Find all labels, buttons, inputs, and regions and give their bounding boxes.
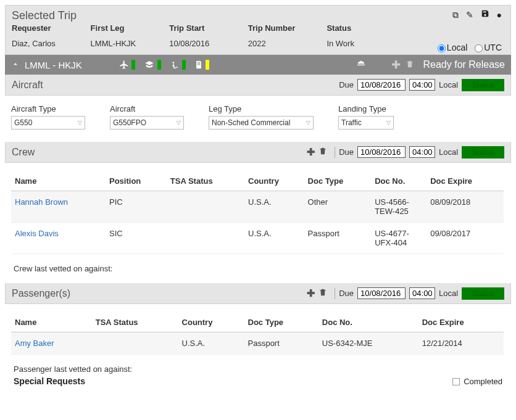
svg-rect-1 xyxy=(197,62,200,63)
edit-icon[interactable]: ✎ xyxy=(466,10,473,20)
landing-type-select[interactable]: Traffic▽ xyxy=(338,116,394,130)
passenger-title: Passenger(s) xyxy=(12,288,70,299)
tz-utc-radio[interactable] xyxy=(475,44,483,52)
aircraft-due-date[interactable] xyxy=(357,79,406,91)
selected-trip-panel: ⧉ ✎ ● Selected Trip RequesterDiaz, Carlo… xyxy=(5,5,511,55)
passenger-section-header: Passenger(s) ✚ Due Local Status xyxy=(5,283,511,304)
leg-name: LMML - HKJK xyxy=(25,60,82,70)
add-crew-icon[interactable]: ✚ xyxy=(307,146,315,158)
aircraft-tz-label: Local xyxy=(439,80,458,89)
col-doctype: Doc Type xyxy=(244,313,318,332)
crew-name-link[interactable]: Alexis Davis xyxy=(11,223,106,254)
col-tsa: TSA Status xyxy=(167,171,244,191)
delete-leg-icon[interactable] xyxy=(406,59,414,71)
requester-value: Diaz, Carlos xyxy=(12,39,91,48)
document-service-icon[interactable] xyxy=(194,60,209,70)
leg-bar: LMML - HKJK ✚ Ready for Release xyxy=(5,55,511,75)
remove-icon[interactable]: ● xyxy=(497,10,502,20)
col-docexp: Doc Expire xyxy=(427,171,504,191)
aircraft-service-icon[interactable] xyxy=(119,60,135,70)
col-country: Country xyxy=(244,171,304,191)
status-tick xyxy=(157,60,161,70)
passenger-due-time[interactable] xyxy=(409,287,435,299)
passenger-tz-label: Local xyxy=(439,289,458,298)
landing-type-label: Landing Type xyxy=(338,104,394,113)
add-passenger-icon[interactable]: ✚ xyxy=(307,287,315,299)
chevron-down-icon: ▽ xyxy=(177,120,181,126)
col-name: Name xyxy=(11,313,92,332)
completed-checkbox-label[interactable]: Completed xyxy=(452,377,502,386)
delete-crew-icon[interactable] xyxy=(318,146,327,159)
chevron-down-icon: ▽ xyxy=(386,120,391,126)
status-value: In Work xyxy=(327,39,406,48)
table-row[interactable]: Amy Baker U.S.A. Passport US-6342-MJE 12… xyxy=(11,332,504,355)
col-docexp: Doc Expire xyxy=(418,313,504,332)
passenger-name-link[interactable]: Amy Baker xyxy=(11,332,92,355)
due-label: Due xyxy=(339,80,354,89)
status-tick xyxy=(182,60,186,70)
aircraft-fields: Aircraft Type G550▽ Aircraft G550FPO▽ Le… xyxy=(5,96,511,142)
crew-vetted-note: Crew last vetted on against: xyxy=(5,258,511,283)
ready-for-release-link[interactable]: Ready for Release xyxy=(423,59,505,70)
collapse-icon[interactable] xyxy=(11,60,20,70)
aircraft-section-header: Aircraft Due Local Status xyxy=(5,75,511,96)
due-label: Due xyxy=(339,147,354,157)
svg-rect-3 xyxy=(197,64,200,65)
crew-table: Name Position TSA Status Country Doc Typ… xyxy=(11,171,504,254)
aircraft-type-label: Aircraft Type xyxy=(11,104,85,113)
trip-action-icons: ⧉ ✎ ● xyxy=(447,9,502,20)
col-country: Country xyxy=(178,313,244,332)
trip-summary-row: RequesterDiaz, Carlos First LegLMML-HKJK… xyxy=(12,23,504,48)
col-name: Name xyxy=(11,171,106,191)
passenger-service-icon[interactable] xyxy=(170,60,186,70)
passenger-due-date[interactable] xyxy=(357,287,406,299)
delete-passenger-icon[interactable] xyxy=(318,287,327,300)
col-position: Position xyxy=(106,171,167,191)
first-leg-value: LMML-HKJK xyxy=(91,39,170,48)
table-row[interactable]: Alexis Davis SIC U.S.A. Passport US-4677… xyxy=(11,223,504,254)
crew-name-link[interactable]: Hannah Brown xyxy=(11,191,106,223)
leg-type-label: Leg Type xyxy=(209,104,314,113)
crew-due-date[interactable] xyxy=(357,146,406,158)
requester-label: Requester xyxy=(12,23,91,33)
chevron-down-icon: ▽ xyxy=(78,120,82,126)
leg-add-delete: ✚ xyxy=(391,58,414,72)
crew-service-icon[interactable] xyxy=(144,60,161,70)
panel-title: Selected Trip xyxy=(12,9,504,22)
aircraft-due-time[interactable] xyxy=(409,79,435,91)
aircraft-status-button[interactable]: Status xyxy=(462,79,504,91)
trip-number-value: 2022 xyxy=(248,39,327,48)
leg-service-icons xyxy=(119,60,209,70)
first-leg-label: First Leg xyxy=(91,23,170,33)
table-row[interactable]: Hannah Brown PIC U.S.A. Other US-4566-TE… xyxy=(11,191,504,223)
completed-checkbox[interactable] xyxy=(452,378,460,385)
due-label: Due xyxy=(339,289,354,298)
passenger-vetted-note: Passenger last vetted on against: xyxy=(5,358,511,375)
chevron-down-icon: ▽ xyxy=(306,120,310,126)
leg-type-select[interactable]: Non-Sched Commercial▽ xyxy=(209,116,314,130)
copy-icon[interactable]: ⧉ xyxy=(452,10,459,20)
aircraft-type-select[interactable]: G550▽ xyxy=(11,116,85,130)
tz-local-option[interactable]: Local xyxy=(433,43,467,52)
crew-section-header: Crew ✚ Due Local Status xyxy=(5,142,511,163)
passenger-table: Name TSA Status Country Doc Type Doc No.… xyxy=(11,313,504,355)
special-requests-row: Special Requests Completed xyxy=(5,375,511,390)
add-leg-icon[interactable]: ✚ xyxy=(391,58,401,72)
tz-local-radio[interactable] xyxy=(438,44,446,52)
catering-icon[interactable] xyxy=(356,59,367,71)
aircraft-label: Aircraft xyxy=(110,104,184,113)
trip-start-value: 10/08/2016 xyxy=(169,39,248,48)
status-label: Status xyxy=(327,23,406,33)
crew-title: Crew xyxy=(12,147,35,158)
crew-status-button[interactable]: Status xyxy=(462,146,504,159)
save-icon[interactable] xyxy=(481,10,492,20)
status-tick xyxy=(131,60,135,70)
crew-due-time[interactable] xyxy=(409,146,435,158)
col-tsa: TSA Status xyxy=(92,313,178,332)
svg-rect-2 xyxy=(197,64,200,64)
special-requests-title: Special Requests xyxy=(14,376,85,386)
tz-utc-option[interactable]: UTC xyxy=(470,43,502,52)
passenger-status-button[interactable]: Status xyxy=(462,287,504,300)
aircraft-select[interactable]: G550FPO▽ xyxy=(110,116,184,130)
col-docno: Doc No. xyxy=(371,171,427,191)
